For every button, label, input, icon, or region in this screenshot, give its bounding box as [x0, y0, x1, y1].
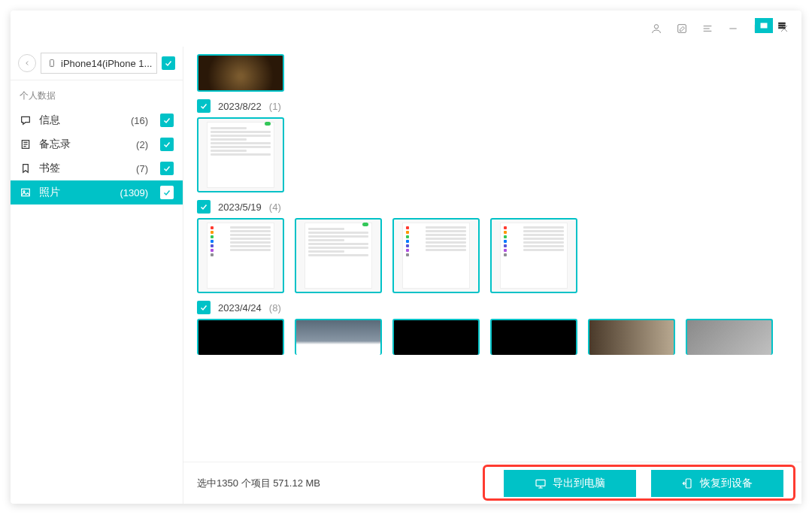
- photo-thumbnail[interactable]: [295, 319, 382, 355]
- photo-thumbnail[interactable]: [392, 218, 480, 293]
- photo-thumbnail[interactable]: [197, 54, 284, 92]
- date-group-header[interactable]: 2023/4/24(8): [197, 293, 788, 319]
- sidebar-item-message[interactable]: 信息(16): [11, 108, 183, 132]
- svg-rect-1: [678, 25, 686, 33]
- back-button[interactable]: [18, 54, 36, 72]
- list-view-button[interactable]: [773, 18, 791, 33]
- svg-rect-15: [22, 189, 30, 195]
- bookmark-icon: [20, 162, 32, 174]
- export-label: 导出到电脑: [553, 477, 605, 490]
- view-toggle: [755, 18, 791, 33]
- bottom-bar: 选中1350 个项目 571.12 MB 导出到电脑 恢复到设备: [183, 462, 801, 504]
- sidebar-item-image[interactable]: 照片(1309): [11, 180, 183, 204]
- group-date: 2023/5/19: [218, 201, 262, 213]
- sidebar-item-count: (1309): [120, 187, 148, 198]
- group-checkbox[interactable]: [197, 99, 211, 113]
- svg-rect-21: [536, 480, 545, 486]
- date-group-header[interactable]: 2023/8/22(1): [197, 92, 788, 117]
- sidebar-item-count: (16): [131, 115, 148, 126]
- group-date: 2023/8/22: [218, 101, 262, 112]
- thumbnail-grid[interactable]: 2023/8/22(1)2023/5/19(4)2023/4/24(8): [183, 47, 801, 504]
- group-count: (4): [269, 201, 281, 213]
- svg-rect-18: [779, 23, 786, 24]
- photo-thumbnail[interactable]: [490, 319, 577, 355]
- svg-rect-17: [761, 23, 768, 29]
- sidebar-item-checkbox[interactable]: [160, 114, 174, 127]
- sidebar-item-checkbox[interactable]: [160, 186, 174, 199]
- sidebar-item-label: 信息: [39, 114, 123, 127]
- photo-thumbnail[interactable]: [197, 117, 284, 192]
- sidebar-item-label: 书签: [39, 162, 129, 175]
- photo-thumbnail[interactable]: [490, 218, 577, 293]
- title-bar: [11, 11, 801, 47]
- photo-thumbnail[interactable]: [295, 218, 382, 293]
- image-icon: [20, 186, 32, 198]
- device-checkbox[interactable]: [162, 56, 175, 70]
- sidebar-item-bookmark[interactable]: 书签(7): [11, 156, 183, 180]
- device-selector[interactable]: iPhone14(iPhone 1...: [41, 53, 157, 74]
- sidebar-item-checkbox[interactable]: [160, 138, 174, 151]
- photo-thumbnail[interactable]: [588, 319, 675, 355]
- main-panel: 2023/8/22(1)2023/5/19(4)2023/4/24(8) 选中1…: [183, 47, 801, 504]
- group-date: 2023/4/24: [218, 302, 262, 314]
- photo-thumbnail[interactable]: [686, 319, 773, 355]
- grid-view-button[interactable]: [755, 18, 773, 33]
- sidebar-item-note[interactable]: 备忘录(2): [11, 132, 183, 156]
- device-name: iPhone14(iPhone 1...: [61, 58, 152, 69]
- selection-status: 选中1350 个项目 571.12 MB: [197, 477, 504, 490]
- edit-icon[interactable]: [675, 22, 689, 35]
- menu-icon[interactable]: [701, 22, 714, 35]
- sidebar-item-count: (7): [136, 163, 148, 174]
- restore-label: 恢复到设备: [700, 477, 753, 490]
- export-to-pc-button[interactable]: 导出到电脑: [504, 470, 636, 497]
- sidebar-item-checkbox[interactable]: [160, 162, 174, 175]
- svg-rect-19: [779, 25, 786, 26]
- date-group-header[interactable]: 2023/5/19(4): [197, 192, 788, 218]
- svg-point-0: [654, 25, 658, 29]
- sidebar-item-label: 备忘录: [39, 138, 129, 151]
- sidebar-section-label: 个人数据: [11, 80, 183, 108]
- note-icon: [20, 138, 32, 150]
- sidebar-item-count: (2): [136, 139, 148, 150]
- photo-thumbnail[interactable]: [197, 319, 284, 355]
- photo-thumbnail[interactable]: [197, 218, 284, 293]
- account-icon[interactable]: [650, 22, 663, 35]
- group-count: (1): [269, 101, 281, 112]
- photo-thumbnail[interactable]: [392, 319, 480, 355]
- svg-rect-24: [686, 479, 691, 488]
- message-icon: [20, 114, 32, 126]
- restore-to-device-button[interactable]: 恢复到设备: [651, 470, 783, 497]
- sidebar-item-label: 照片: [39, 186, 112, 199]
- group-checkbox[interactable]: [197, 301, 211, 314]
- minimize-button[interactable]: [726, 22, 740, 35]
- group-checkbox[interactable]: [197, 200, 211, 214]
- group-count: (8): [269, 302, 281, 314]
- svg-rect-20: [779, 27, 786, 29]
- sidebar: iPhone14(iPhone 1... 个人数据 信息(16)备忘录(2)书签…: [11, 47, 183, 504]
